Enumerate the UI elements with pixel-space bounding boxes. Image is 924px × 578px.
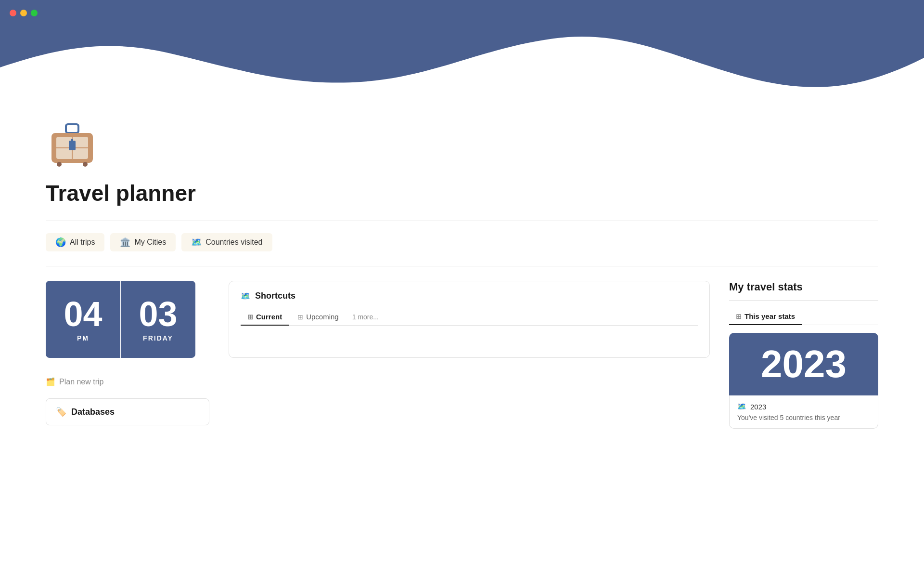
section-divider (46, 221, 878, 221)
traffic-lights (10, 10, 38, 16)
nav-tabs: 🌍 All trips 🏛️ My Cities 🗺️ Countries vi… (46, 233, 878, 251)
tab-my-cities-label: My Cities (134, 238, 166, 247)
content-grid: 04 PM 03 FRIDAY 🗂️ Plan new trip 🏷️ Data… (46, 281, 878, 429)
shortcuts-more-link[interactable]: 1 more... (347, 309, 384, 325)
close-button[interactable] (10, 10, 16, 16)
grid-icon-stats: ⊞ (736, 313, 742, 320)
year-info-icon: 🗺️ (737, 402, 746, 411)
svg-point-7 (57, 162, 62, 167)
globe-icon: 🌍 (55, 237, 66, 248)
maximize-button[interactable] (31, 10, 38, 16)
left-column: 04 PM 03 FRIDAY 🗂️ Plan new trip 🏷️ Data… (46, 281, 209, 425)
databases-label: Databases (71, 407, 115, 417)
clock-minute-tile: 03 FRIDAY (121, 281, 195, 358)
shortcuts-title: Shortcuts (255, 291, 295, 301)
suitcase-area (46, 120, 878, 171)
svg-rect-6 (71, 139, 73, 142)
year-info-card: 🗺️ 2023 You've visited 5 countries this … (729, 395, 878, 429)
shortcuts-header: 🗺️ Shortcuts (241, 291, 698, 301)
clock-hour-tile: 04 PM (46, 281, 120, 358)
suitcase-icon (46, 120, 99, 169)
page-title: Travel planner (46, 180, 878, 206)
clock-hour: 04 (64, 297, 102, 331)
svg-point-8 (83, 162, 88, 167)
clock-section: 04 PM 03 FRIDAY (46, 281, 209, 358)
main-content: Travel planner 🌍 All trips 🏛️ My Cities … (0, 120, 924, 429)
clock-day: FRIDAY (143, 334, 173, 342)
tab-countries-visited[interactable]: 🗺️ Countries visited (181, 233, 272, 251)
year-number: 2023 (761, 345, 847, 383)
tab-all-trips[interactable]: 🌍 All trips (46, 233, 104, 251)
databases-icon: 🏷️ (56, 407, 66, 417)
travel-stats-title: My travel stats (729, 281, 878, 293)
building-icon: 🏛️ (120, 237, 130, 248)
clock-minute: 03 (139, 297, 177, 331)
year-info-description: You've visited 5 countries this year (737, 414, 870, 421)
grid-icon-current: ⊞ (247, 313, 253, 321)
clock-period: PM (77, 334, 89, 342)
plan-trip-icon: 🗂️ (46, 377, 55, 386)
stats-tab-this-year-label: This year stats (744, 312, 795, 320)
tab-countries-visited-label: Countries visited (205, 238, 262, 247)
grid-icon-upcoming: ⊞ (297, 313, 303, 321)
shortcuts-tab-upcoming-label: Upcoming (306, 313, 339, 321)
travel-stats-column: My travel stats ⊞ This year stats 2023 🗺… (729, 281, 878, 429)
shortcuts-emoji: 🗺️ (241, 291, 250, 301)
minimize-button[interactable] (20, 10, 27, 16)
map-icon: 🗺️ (191, 237, 202, 248)
year-info-row: 🗺️ 2023 (737, 402, 870, 411)
svg-rect-5 (69, 141, 76, 150)
svg-rect-0 (66, 124, 78, 133)
wave-header (0, 0, 924, 106)
databases-card[interactable]: 🏷️ Databases (46, 398, 209, 425)
tab-my-cities[interactable]: 🏛️ My Cities (110, 233, 176, 251)
tab-all-trips-label: All trips (70, 238, 95, 247)
stats-divider (729, 300, 878, 301)
shortcuts-tab-upcoming[interactable]: ⊞ Upcoming (291, 309, 346, 326)
stats-tabs: ⊞ This year stats (729, 308, 878, 325)
plan-trip-label: Plan new trip (59, 378, 104, 386)
shortcuts-tab-current[interactable]: ⊞ Current (241, 309, 289, 326)
content-divider (46, 266, 878, 266)
plan-new-trip-button[interactable]: 🗂️ Plan new trip (46, 372, 104, 391)
shortcuts-card: 🗺️ Shortcuts ⊞ Current ⊞ Upcoming 1 more… (229, 281, 710, 358)
shortcuts-tabs: ⊞ Current ⊞ Upcoming 1 more... (241, 309, 698, 326)
year-card: 2023 (729, 333, 878, 395)
stats-tab-this-year[interactable]: ⊞ This year stats (729, 308, 802, 325)
year-info-label: 2023 (750, 403, 766, 411)
shortcuts-tab-current-label: Current (256, 313, 282, 321)
